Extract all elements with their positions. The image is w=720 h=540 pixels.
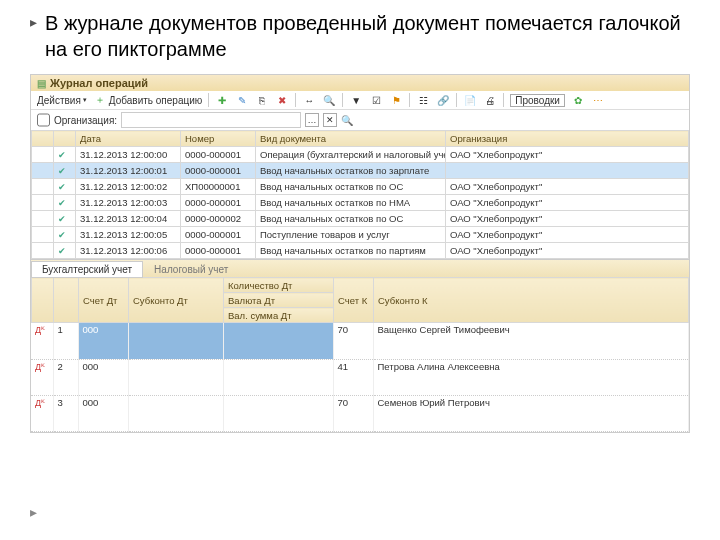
cell-date: 31.12.2013 12:00:06	[76, 243, 181, 259]
toolbar: Действия▾ ＋Добавить операцию ✚ ✎ ⎘ ✖ ↔ 🔍…	[31, 91, 689, 110]
col-date[interactable]: Дата	[76, 131, 181, 147]
col-number[interactable]: Номер	[181, 131, 256, 147]
table-row[interactable]: ✔31.12.2013 12:00:040000-000002Ввод нача…	[32, 211, 689, 227]
settings-icon[interactable]: ✿	[571, 93, 585, 107]
cell-num: 0000-000001	[181, 147, 256, 163]
org-lookup-icon[interactable]: 🔍	[341, 115, 353, 126]
entry-dt-icon: Дᴷ	[35, 398, 45, 408]
cell-num: 0000-000001	[181, 243, 256, 259]
refresh-icon[interactable]: ↔	[302, 93, 316, 107]
documents-grid[interactable]: Дата Номер Вид документа Организация ✔31…	[31, 130, 689, 259]
entry-sub-kt: Семенов Юрий Петрович	[373, 395, 689, 413]
plus-icon: ＋	[93, 93, 107, 107]
cell-doc: Поступление товаров и услуг	[256, 227, 446, 243]
entries-grid[interactable]: Дᴷ100070Ващенко Сергей ТимофеевичДᴷ20004…	[31, 323, 689, 432]
table-row[interactable]: ✔31.12.2013 12:00:010000-000001Ввод нача…	[32, 163, 689, 179]
hdr-qty-dt[interactable]: Количество Дт	[224, 278, 334, 293]
cell-doc: Ввод начальных остатков по ОС	[256, 179, 446, 195]
hdr-acc-dt[interactable]: Счет Дт	[79, 278, 129, 323]
cell-org	[446, 163, 689, 179]
add-icon[interactable]: ✚	[215, 93, 229, 107]
hdr-sub-dt[interactable]: Субконто Дт	[129, 278, 224, 323]
edit-icon[interactable]: ✎	[235, 93, 249, 107]
entry-n: 3	[53, 395, 78, 413]
select-icon[interactable]: ☑	[369, 93, 383, 107]
hdr-acc-kt[interactable]: Счет К	[334, 278, 374, 323]
entry-sub-kt: Ващенко Сергей Тимофеевич	[373, 323, 689, 341]
tab-accounting[interactable]: Бухгалтерский учет	[31, 261, 143, 278]
cell-num: 0000-000002	[181, 211, 256, 227]
col-doctype[interactable]: Вид документа	[256, 131, 446, 147]
copy-icon[interactable]: ⎘	[255, 93, 269, 107]
cell-num: 0000-000001	[181, 195, 256, 211]
org-filter-input[interactable]	[121, 112, 301, 128]
org-filter-checkbox[interactable]	[37, 112, 50, 128]
cell-date: 31.12.2013 12:00:00	[76, 147, 181, 163]
entry-row[interactable]: Дᴷ300070Семенов Юрий Петрович	[31, 395, 689, 413]
entry-dt-icon: Дᴷ	[35, 325, 45, 335]
entry-sub-kt: Петрова Алина Алексеевна	[373, 359, 689, 377]
entry-acc-dt: 000	[78, 395, 128, 413]
cell-org: ОАО "Хлебопродукт"	[446, 211, 689, 227]
cell-doc: Ввод начальных остатков по НМА	[256, 195, 446, 211]
entry-row[interactable]: Дᴷ200041Петрова Алина Алексеевна	[31, 359, 689, 377]
cell-num: 0000-000001	[181, 163, 256, 179]
app-window: ▤ Журнал операций Действия▾ ＋Добавить оп…	[30, 74, 690, 433]
report-icon[interactable]: 📄	[463, 93, 477, 107]
mark-icon[interactable]: ⚑	[389, 93, 403, 107]
cell-doc: Ввод начальных остатков по зарплате	[256, 163, 446, 179]
more-icon[interactable]: ⋯	[591, 93, 605, 107]
add-operation-button[interactable]: ＋Добавить операцию	[93, 93, 202, 107]
link-icon[interactable]: 🔗	[436, 93, 450, 107]
hdr-sum-dt[interactable]: Вал. сумма Дт	[224, 308, 334, 323]
entry-acc-kt: 70	[333, 395, 373, 413]
print-icon[interactable]: 🖨	[483, 93, 497, 107]
cell-date: 31.12.2013 12:00:05	[76, 227, 181, 243]
bullet-icon: ▸	[30, 14, 37, 30]
lower-tabs: Бухгалтерский учет Налоговый учет	[31, 259, 689, 277]
actions-menu[interactable]: Действия▾	[37, 95, 87, 106]
entry-acc-kt: 41	[333, 359, 373, 377]
entry-row[interactable]: Дᴷ100070Ващенко Сергей Тимофеевич	[31, 323, 689, 341]
entry-acc-dt: 000	[78, 323, 128, 341]
posted-doc-icon: ✔	[58, 246, 66, 256]
find-icon[interactable]: 🔍	[322, 93, 336, 107]
journal-icon: ▤	[37, 78, 46, 89]
posted-doc-icon: ✔	[58, 198, 66, 208]
org-filter-label: Организация:	[54, 115, 117, 126]
table-row[interactable]: ✔31.12.2013 12:00:000000-000001Операция …	[32, 147, 689, 163]
hdr-cur-dt[interactable]: Валюта Дт	[224, 293, 334, 308]
filter-icon[interactable]: ▼	[349, 93, 363, 107]
table-row[interactable]: ✔31.12.2013 12:00:060000-000001Ввод нача…	[32, 243, 689, 259]
hdr-sub-kt[interactable]: Субконто К	[374, 278, 689, 323]
col-org[interactable]: Организация	[446, 131, 689, 147]
table-row[interactable]: ✔31.12.2013 12:00:030000-000001Ввод нача…	[32, 195, 689, 211]
cell-org: ОАО "Хлебопродукт"	[446, 227, 689, 243]
cell-num: ХП00000001	[181, 179, 256, 195]
tab-tax[interactable]: Налоговый учет	[143, 261, 239, 278]
table-row[interactable]: ✔31.12.2013 12:00:050000-000001Поступлен…	[32, 227, 689, 243]
cell-doc: Операция (бухгалтерский и налоговый учет…	[256, 147, 446, 163]
cell-org: ОАО "Хлебопродукт"	[446, 243, 689, 259]
cell-org: ОАО "Хлебопродукт"	[446, 195, 689, 211]
slide-text: В журнале документов проведенный докумен…	[45, 10, 690, 62]
cell-date: 31.12.2013 12:00:04	[76, 211, 181, 227]
entry-acc-kt: 70	[333, 323, 373, 341]
cell-date: 31.12.2013 12:00:03	[76, 195, 181, 211]
delete-icon[interactable]: ✖	[275, 93, 289, 107]
cell-date: 31.12.2013 12:00:02	[76, 179, 181, 195]
entry-n: 1	[53, 323, 78, 341]
table-row[interactable]: ✔31.12.2013 12:00:02ХП00000001Ввод начал…	[32, 179, 689, 195]
entry-dt-icon: Дᴷ	[35, 362, 45, 372]
posted-doc-icon: ✔	[58, 214, 66, 224]
posted-doc-icon: ✔	[58, 230, 66, 240]
clear-filter-button[interactable]: …	[305, 113, 319, 127]
cell-num: 0000-000001	[181, 227, 256, 243]
provodki-button[interactable]: Проводки	[510, 94, 565, 107]
filter-bar: Организация: … ✕ 🔍	[31, 110, 689, 130]
tree-icon[interactable]: ☷	[416, 93, 430, 107]
posted-doc-icon: ✔	[58, 182, 66, 192]
slide-nav-icon: ▸	[30, 504, 37, 520]
select-org-button[interactable]: ✕	[323, 113, 337, 127]
posted-doc-icon: ✔	[58, 166, 66, 176]
